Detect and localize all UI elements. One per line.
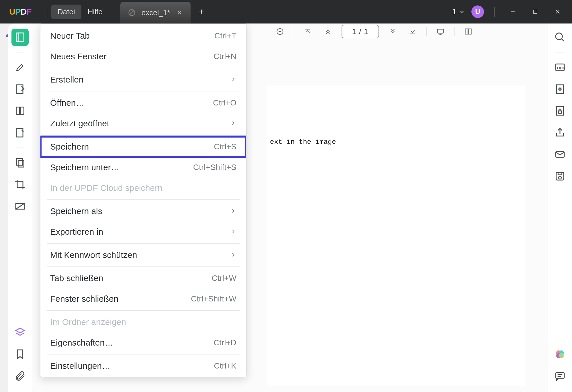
save-icon: [554, 170, 566, 182]
menu-separator: [47, 199, 240, 200]
menu-item-label: Erstellen: [50, 75, 84, 85]
menu-separator: [47, 135, 240, 135]
divider: [494, 7, 495, 17]
menu-item-properties[interactable]: Eigenschaften…Ctrl+D: [40, 332, 246, 353]
svg-line-15: [16, 203, 24, 209]
menu-item-shortcut: Ctrl+D: [213, 338, 236, 348]
menu-item-shortcut: Ctrl+Shift+W: [191, 294, 236, 304]
menu-item-shortcut: Ctrl+T: [214, 31, 236, 41]
tool-highlight[interactable]: [11, 59, 29, 76]
notification-count[interactable]: 1: [452, 7, 465, 16]
tool-reader[interactable]: [11, 29, 29, 46]
menu-item-close-window[interactable]: Fenster schließenCtrl+Shift+W: [40, 289, 246, 309]
menu-item-label: Zuletzt geöffnet: [50, 118, 109, 129]
new-tab-button[interactable]: ＋: [196, 6, 207, 17]
tool-ocr[interactable]: OCR: [551, 59, 569, 76]
file-dropdown-menu: Neuer TabCtrl+TNeues FensterCtrl+NErstel…: [40, 23, 246, 377]
menu-item-label: Speichern als: [50, 206, 102, 216]
window-close-button[interactable]: [550, 5, 566, 18]
chevron-right-icon: [230, 206, 236, 216]
tab-close-button[interactable]: ✕: [176, 9, 183, 16]
compare-button[interactable]: [462, 25, 475, 38]
tool-pages[interactable]: [11, 102, 29, 119]
tool-protect[interactable]: [551, 102, 569, 119]
menu-item-label: Neues Fenster: [50, 51, 107, 62]
tab-strip: excel_1* ✕ ＋: [120, 0, 207, 23]
document-page: ext in the image: [267, 86, 525, 386]
svg-text:OCR: OCR: [557, 66, 566, 70]
tool-comment[interactable]: [551, 367, 569, 385]
menu-separator: [47, 68, 240, 68]
tool-redact[interactable]: [11, 198, 29, 215]
tool-bookmark[interactable]: [11, 346, 29, 363]
chevrons-up-icon: [324, 28, 332, 36]
unsaved-indicator-icon: [128, 9, 136, 17]
menu-item-close-tab[interactable]: Tab schließenCtrl+W: [40, 268, 246, 289]
tool-ai[interactable]: [551, 346, 569, 363]
window-maximize-button[interactable]: [527, 5, 543, 18]
menu-item-open[interactable]: Öffnen…Ctrl+O: [40, 93, 246, 113]
chevron-right-icon: [230, 227, 236, 237]
tool-email[interactable]: [551, 146, 569, 163]
menu-item-protect[interactable]: Mit Kennwort schützen: [40, 245, 246, 265]
layers-icon: [14, 327, 26, 338]
page-indicator[interactable]: 1 / 1: [342, 25, 379, 38]
prev-page-button[interactable]: [322, 25, 334, 38]
menu-item-shortcut: Ctrl+N: [213, 52, 236, 61]
tool-attachment[interactable]: [11, 367, 29, 385]
menu-item-recent[interactable]: Zuletzt geöffnet: [40, 113, 246, 134]
right-sidebar: OCR: [548, 23, 572, 392]
document-tab[interactable]: excel_1* ✕: [120, 2, 191, 23]
lock-page-icon: [554, 105, 566, 117]
menu-item-save[interactable]: SpeichernCtrl+S: [40, 136, 246, 157]
presentation-button[interactable]: [434, 25, 447, 38]
last-page-button[interactable]: [406, 25, 419, 38]
zoom-in-button[interactable]: [274, 25, 286, 38]
logo-letter: P: [15, 7, 21, 17]
menu-item-save-as[interactable]: Speichern unter…Ctrl+Shift+S: [40, 157, 246, 178]
tool-crop[interactable]: [11, 176, 29, 193]
logo-letter: F: [26, 7, 31, 17]
menu-separator: [47, 243, 240, 244]
ai-flower-icon: [554, 348, 566, 360]
next-page-button[interactable]: [386, 25, 399, 38]
bookmark-icon: [14, 348, 26, 360]
menu-file[interactable]: Datei: [51, 5, 81, 19]
svg-rect-12: [17, 158, 22, 165]
menu-item-save-as-type[interactable]: Speichern als: [40, 201, 246, 222]
svg-rect-32: [559, 111, 561, 113]
comment-icon: [554, 370, 566, 382]
chevron-right-icon: [230, 250, 236, 260]
tool-search[interactable]: [551, 29, 569, 46]
edit-page-icon: [14, 83, 26, 95]
first-page-button[interactable]: [301, 25, 314, 38]
search-icon: [554, 32, 566, 43]
menu-item-label: In der UPDF Cloud speichern: [50, 183, 162, 193]
chevrons-up-bar-icon: [304, 28, 312, 36]
menu-item-new-window[interactable]: Neues FensterCtrl+N: [40, 46, 246, 67]
divider: [454, 27, 455, 36]
divider: [556, 52, 564, 52]
svg-rect-24: [465, 29, 468, 34]
chevron-right-icon: [230, 75, 236, 85]
svg-line-1: [130, 10, 134, 15]
tool-layers[interactable]: [11, 324, 29, 341]
tool-convert[interactable]: [551, 81, 569, 98]
menu-separator: [47, 266, 240, 267]
menu-help[interactable]: Hilfe: [81, 5, 109, 19]
menu-item-new-tab[interactable]: Neuer TabCtrl+T: [40, 26, 246, 46]
stack-icon: [14, 157, 26, 168]
divider: [47, 7, 47, 17]
window-minimize-button[interactable]: [505, 5, 521, 18]
tool-edit-text[interactable]: [11, 81, 29, 98]
svg-rect-10: [21, 107, 24, 115]
menu-item-export[interactable]: Exportieren in: [40, 222, 246, 242]
tool-organize[interactable]: [11, 154, 29, 171]
convert-icon: [554, 83, 566, 95]
tool-share[interactable]: [551, 124, 569, 141]
tool-form[interactable]: [11, 124, 29, 141]
menu-item-settings[interactable]: Einstellungen…Ctrl+K: [40, 356, 246, 376]
menu-item-create[interactable]: Erstellen: [40, 69, 246, 90]
user-avatar[interactable]: U: [471, 5, 484, 18]
tool-save-disk[interactable]: [551, 168, 569, 185]
